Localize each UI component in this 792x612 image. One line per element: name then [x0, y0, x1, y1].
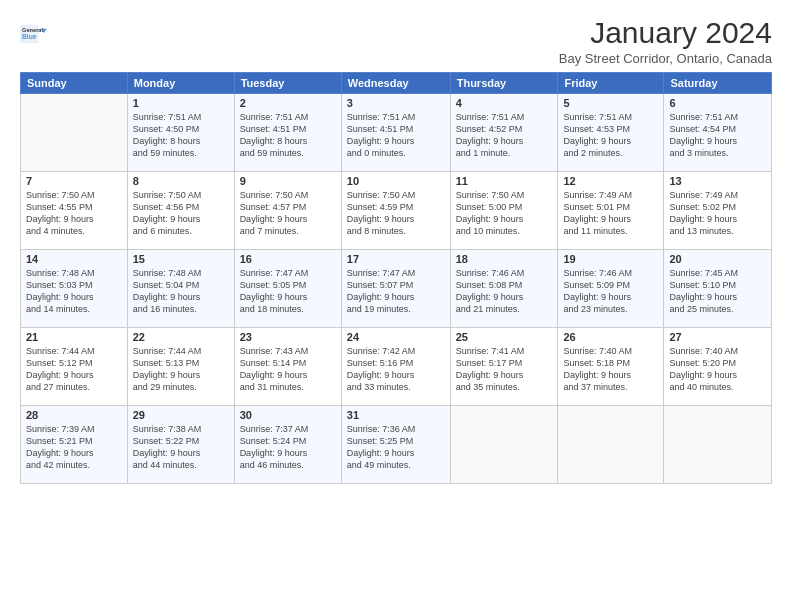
calendar-cell: 6Sunrise: 7:51 AMSunset: 4:54 PMDaylight… — [664, 94, 772, 172]
day-number: 27 — [669, 331, 766, 343]
calendar-day-header: Monday — [127, 73, 234, 94]
day-info: Sunrise: 7:36 AMSunset: 5:25 PMDaylight:… — [347, 423, 445, 472]
calendar-cell: 29Sunrise: 7:38 AMSunset: 5:22 PMDayligh… — [127, 406, 234, 484]
calendar-cell: 2Sunrise: 7:51 AMSunset: 4:51 PMDaylight… — [234, 94, 341, 172]
calendar-cell: 10Sunrise: 7:50 AMSunset: 4:59 PMDayligh… — [341, 172, 450, 250]
calendar-cell: 24Sunrise: 7:42 AMSunset: 5:16 PMDayligh… — [341, 328, 450, 406]
calendar-cell — [21, 94, 128, 172]
day-number: 15 — [133, 253, 229, 265]
day-info: Sunrise: 7:41 AMSunset: 5:17 PMDaylight:… — [456, 345, 553, 394]
calendar-cell — [664, 406, 772, 484]
calendar-cell: 11Sunrise: 7:50 AMSunset: 5:00 PMDayligh… — [450, 172, 558, 250]
calendar-cell: 30Sunrise: 7:37 AMSunset: 5:24 PMDayligh… — [234, 406, 341, 484]
day-number: 14 — [26, 253, 122, 265]
calendar-cell: 3Sunrise: 7:51 AMSunset: 4:51 PMDaylight… — [341, 94, 450, 172]
svg-text:Blue: Blue — [22, 33, 37, 40]
day-info: Sunrise: 7:48 AMSunset: 5:03 PMDaylight:… — [26, 267, 122, 316]
calendar-cell: 17Sunrise: 7:47 AMSunset: 5:07 PMDayligh… — [341, 250, 450, 328]
calendar-cell: 26Sunrise: 7:40 AMSunset: 5:18 PMDayligh… — [558, 328, 664, 406]
day-number: 31 — [347, 409, 445, 421]
day-info: Sunrise: 7:38 AMSunset: 5:22 PMDaylight:… — [133, 423, 229, 472]
calendar-cell: 4Sunrise: 7:51 AMSunset: 4:52 PMDaylight… — [450, 94, 558, 172]
calendar-cell: 8Sunrise: 7:50 AMSunset: 4:56 PMDaylight… — [127, 172, 234, 250]
day-info: Sunrise: 7:46 AMSunset: 5:08 PMDaylight:… — [456, 267, 553, 316]
calendar-day-header: Saturday — [664, 73, 772, 94]
day-number: 8 — [133, 175, 229, 187]
day-info: Sunrise: 7:51 AMSunset: 4:51 PMDaylight:… — [240, 111, 336, 160]
calendar-cell: 7Sunrise: 7:50 AMSunset: 4:55 PMDaylight… — [21, 172, 128, 250]
day-number: 9 — [240, 175, 336, 187]
calendar-cell: 14Sunrise: 7:48 AMSunset: 5:03 PMDayligh… — [21, 250, 128, 328]
calendar-week-row: 21Sunrise: 7:44 AMSunset: 5:12 PMDayligh… — [21, 328, 772, 406]
day-info: Sunrise: 7:50 AMSunset: 4:56 PMDaylight:… — [133, 189, 229, 238]
calendar-day-header: Friday — [558, 73, 664, 94]
day-info: Sunrise: 7:50 AMSunset: 4:55 PMDaylight:… — [26, 189, 122, 238]
day-info: Sunrise: 7:51 AMSunset: 4:51 PMDaylight:… — [347, 111, 445, 160]
day-info: Sunrise: 7:45 AMSunset: 5:10 PMDaylight:… — [669, 267, 766, 316]
day-number: 30 — [240, 409, 336, 421]
calendar-cell: 18Sunrise: 7:46 AMSunset: 5:08 PMDayligh… — [450, 250, 558, 328]
calendar-header-row: SundayMondayTuesdayWednesdayThursdayFrid… — [21, 73, 772, 94]
day-number: 4 — [456, 97, 553, 109]
calendar-cell: 19Sunrise: 7:46 AMSunset: 5:09 PMDayligh… — [558, 250, 664, 328]
title-block: January 2024 Bay Street Corridor, Ontari… — [559, 16, 772, 66]
calendar-week-row: 28Sunrise: 7:39 AMSunset: 5:21 PMDayligh… — [21, 406, 772, 484]
calendar-day-header: Thursday — [450, 73, 558, 94]
day-info: Sunrise: 7:51 AMSunset: 4:54 PMDaylight:… — [669, 111, 766, 160]
day-number: 24 — [347, 331, 445, 343]
day-number: 6 — [669, 97, 766, 109]
day-info: Sunrise: 7:37 AMSunset: 5:24 PMDaylight:… — [240, 423, 336, 472]
day-number: 28 — [26, 409, 122, 421]
calendar-cell: 28Sunrise: 7:39 AMSunset: 5:21 PMDayligh… — [21, 406, 128, 484]
day-info: Sunrise: 7:39 AMSunset: 5:21 PMDaylight:… — [26, 423, 122, 472]
day-info: Sunrise: 7:40 AMSunset: 5:18 PMDaylight:… — [563, 345, 658, 394]
day-number: 20 — [669, 253, 766, 265]
day-number: 10 — [347, 175, 445, 187]
calendar-cell — [450, 406, 558, 484]
day-number: 17 — [347, 253, 445, 265]
calendar-cell: 21Sunrise: 7:44 AMSunset: 5:12 PMDayligh… — [21, 328, 128, 406]
calendar-day-header: Wednesday — [341, 73, 450, 94]
day-number: 18 — [456, 253, 553, 265]
day-info: Sunrise: 7:44 AMSunset: 5:12 PMDaylight:… — [26, 345, 122, 394]
day-number: 23 — [240, 331, 336, 343]
calendar-cell: 5Sunrise: 7:51 AMSunset: 4:53 PMDaylight… — [558, 94, 664, 172]
calendar-cell: 25Sunrise: 7:41 AMSunset: 5:17 PMDayligh… — [450, 328, 558, 406]
day-info: Sunrise: 7:47 AMSunset: 5:07 PMDaylight:… — [347, 267, 445, 316]
svg-text:General: General — [22, 27, 43, 33]
calendar-cell: 22Sunrise: 7:44 AMSunset: 5:13 PMDayligh… — [127, 328, 234, 406]
calendar-table: SundayMondayTuesdayWednesdayThursdayFrid… — [20, 72, 772, 484]
calendar-cell: 31Sunrise: 7:36 AMSunset: 5:25 PMDayligh… — [341, 406, 450, 484]
calendar-week-row: 7Sunrise: 7:50 AMSunset: 4:55 PMDaylight… — [21, 172, 772, 250]
day-number: 2 — [240, 97, 336, 109]
calendar-cell — [558, 406, 664, 484]
day-number: 16 — [240, 253, 336, 265]
subtitle: Bay Street Corridor, Ontario, Canada — [559, 51, 772, 66]
logo-svg: General Blue — [20, 16, 56, 52]
calendar-week-row: 1Sunrise: 7:51 AMSunset: 4:50 PMDaylight… — [21, 94, 772, 172]
main-title: January 2024 — [559, 16, 772, 49]
calendar-day-header: Tuesday — [234, 73, 341, 94]
day-info: Sunrise: 7:40 AMSunset: 5:20 PMDaylight:… — [669, 345, 766, 394]
calendar-cell: 9Sunrise: 7:50 AMSunset: 4:57 PMDaylight… — [234, 172, 341, 250]
day-info: Sunrise: 7:50 AMSunset: 4:57 PMDaylight:… — [240, 189, 336, 238]
day-number: 19 — [563, 253, 658, 265]
calendar-cell: 20Sunrise: 7:45 AMSunset: 5:10 PMDayligh… — [664, 250, 772, 328]
day-number: 22 — [133, 331, 229, 343]
day-info: Sunrise: 7:47 AMSunset: 5:05 PMDaylight:… — [240, 267, 336, 316]
day-info: Sunrise: 7:49 AMSunset: 5:02 PMDaylight:… — [669, 189, 766, 238]
calendar-cell: 16Sunrise: 7:47 AMSunset: 5:05 PMDayligh… — [234, 250, 341, 328]
calendar-cell: 13Sunrise: 7:49 AMSunset: 5:02 PMDayligh… — [664, 172, 772, 250]
day-info: Sunrise: 7:44 AMSunset: 5:13 PMDaylight:… — [133, 345, 229, 394]
day-info: Sunrise: 7:50 AMSunset: 5:00 PMDaylight:… — [456, 189, 553, 238]
day-number: 26 — [563, 331, 658, 343]
day-number: 21 — [26, 331, 122, 343]
calendar-cell: 15Sunrise: 7:48 AMSunset: 5:04 PMDayligh… — [127, 250, 234, 328]
day-info: Sunrise: 7:43 AMSunset: 5:14 PMDaylight:… — [240, 345, 336, 394]
calendar-week-row: 14Sunrise: 7:48 AMSunset: 5:03 PMDayligh… — [21, 250, 772, 328]
day-number: 7 — [26, 175, 122, 187]
day-number: 13 — [669, 175, 766, 187]
logo: General Blue — [20, 16, 56, 52]
calendar-page: General Blue January 2024 Bay Street Cor… — [0, 0, 792, 612]
day-info: Sunrise: 7:50 AMSunset: 4:59 PMDaylight:… — [347, 189, 445, 238]
